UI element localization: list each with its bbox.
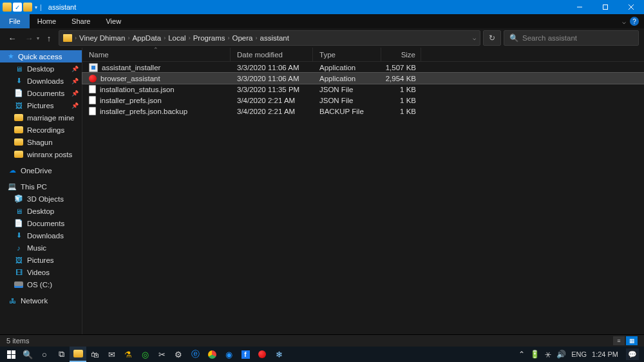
ribbon-tab-share[interactable]: Share <box>64 14 98 28</box>
refresh-button[interactable]: ↻ <box>483 30 501 46</box>
volume-icon[interactable]: 🔊 <box>556 350 566 359</box>
file-icon <box>89 96 96 104</box>
pc-3dobjects[interactable]: 🧊3D Objects <box>0 193 82 205</box>
crumb[interactable]: AppData <box>132 34 161 42</box>
ribbon: File Home Share View ⌵ ? <box>0 14 644 28</box>
folder-icon <box>3 3 12 12</box>
file-type: BACKUP File <box>313 108 381 115</box>
pc-music[interactable]: ♪Music <box>0 242 82 254</box>
col-size[interactable]: Size <box>381 48 421 61</box>
tb-opera[interactable] <box>254 347 270 362</box>
pc-pictures[interactable]: 🖼Pictures <box>0 254 82 266</box>
recent-folder[interactable]: winranx posts <box>0 148 82 160</box>
tb-store[interactable]: 🛍 <box>86 347 103 362</box>
pc-downloads[interactable]: ⬇Downloads <box>0 229 82 242</box>
col-date[interactable]: Date modified <box>231 48 313 61</box>
nav-pane: ★ Quick access 🖥Desktop📌 ⬇Downloads📌 📄Do… <box>0 48 82 334</box>
ribbon-tab-home[interactable]: Home <box>30 14 64 28</box>
tb-edge[interactable]: ⓔ <box>187 347 204 362</box>
close-button[interactable] <box>618 0 644 14</box>
ribbon-expand-icon[interactable]: ⌵ <box>622 18 626 25</box>
recent-folder[interactable]: Recordings <box>0 124 82 136</box>
qat-properties-icon[interactable]: ✓ <box>13 3 22 12</box>
tb-explorer[interactable] <box>70 347 86 362</box>
tb-settings[interactable]: ⚙ <box>170 347 187 362</box>
pc-osc[interactable]: OS (C:) <box>0 278 82 291</box>
tray-up-icon[interactable]: ⌃ <box>518 350 525 359</box>
crumb[interactable]: Local <box>168 34 186 42</box>
col-type[interactable]: Type <box>313 48 381 61</box>
file-row[interactable]: assistant_installer3/3/2020 11:06 AMAppl… <box>82 62 644 73</box>
file-row[interactable]: installer_prefs.json3/4/2020 2:21 AMJSON… <box>82 95 644 106</box>
tb-app[interactable]: ✂ <box>153 347 170 362</box>
qat-customize-caret[interactable]: ▾ <box>35 5 37 10</box>
file-row[interactable]: installer_prefs.json.backup3/4/2020 2:21… <box>82 106 644 117</box>
battery-icon[interactable]: 🔋 <box>530 350 540 359</box>
file-icon <box>89 107 96 115</box>
pc-desktop[interactable]: 🖥Desktop <box>0 205 82 217</box>
network[interactable]: 🖧Network <box>0 294 82 307</box>
file-row[interactable]: installation_status.json3/3/2020 11:35 P… <box>82 84 644 95</box>
tb-mail[interactable]: ✉ <box>103 347 120 362</box>
address-bar[interactable]: › Viney Dhiman› AppData› Local› Programs… <box>59 30 480 46</box>
pinned-pictures[interactable]: 🖼Pictures📌 <box>0 99 82 111</box>
recent-folder[interactable]: marriage mine <box>0 111 82 124</box>
column-headers: Name ⌃ Date modified Type Size <box>82 48 644 62</box>
history-caret-icon[interactable]: ▾ <box>37 35 39 41</box>
download-icon: ⬇ <box>14 231 23 240</box>
maximize-button[interactable] <box>592 0 618 14</box>
help-icon[interactable]: ? <box>630 17 639 26</box>
ribbon-file[interactable]: File <box>0 14 30 28</box>
tb-app[interactable]: ◎ <box>137 347 153 362</box>
search-button[interactable]: 🔍 <box>19 347 36 362</box>
pc-icon: 💻 <box>8 182 17 191</box>
file-name: installer_prefs.json <box>100 97 162 104</box>
tb-fb[interactable]: f <box>237 347 254 362</box>
file-date: 3/4/2020 2:21 AM <box>231 97 313 104</box>
quick-access[interactable]: ★ Quick access <box>0 50 82 62</box>
window-title: assistant <box>48 3 76 11</box>
this-pc[interactable]: 💻This PC <box>0 180 82 193</box>
tb-edge2[interactable]: ◉ <box>220 347 237 362</box>
forward-button[interactable]: → <box>22 31 36 45</box>
notifications-button[interactable]: 💬 <box>626 348 639 360</box>
view-details-button[interactable]: ≡ <box>613 336 625 345</box>
ribbon-tab-view[interactable]: View <box>98 14 129 28</box>
tray-lang[interactable]: ENG <box>571 350 587 358</box>
tray-time[interactable]: 1:24 PM <box>592 350 618 358</box>
tb-app[interactable]: ❄ <box>270 347 287 362</box>
file-size: 1 KB <box>381 108 421 115</box>
recent-folder[interactable]: Shagun <box>0 136 82 148</box>
svg-rect-1 <box>603 5 608 10</box>
crumb[interactable]: assistant <box>260 34 289 42</box>
addr-dropdown-icon[interactable]: ⌵ <box>473 35 476 41</box>
wifi-icon[interactable]: ⚹ <box>545 350 551 359</box>
tb-chrome[interactable] <box>204 347 220 362</box>
minimize-button[interactable] <box>567 0 592 14</box>
cortana-button[interactable]: ○ <box>36 347 53 362</box>
folder-icon <box>14 126 23 133</box>
taskview-button[interactable]: ⧉ <box>53 347 70 362</box>
file-name: browser_assistant <box>100 75 160 82</box>
qat-newfolder-icon[interactable] <box>23 3 32 12</box>
desktop-icon: 🖥 <box>14 64 23 73</box>
pinned-downloads[interactable]: ⬇Downloads📌 <box>0 75 82 87</box>
folder-icon <box>14 114 23 121</box>
pc-videos[interactable]: 🎞Videos <box>0 266 82 278</box>
crumb[interactable]: Viney Dhiman <box>79 34 125 42</box>
pinned-desktop[interactable]: 🖥Desktop📌 <box>0 62 82 75</box>
pc-documents[interactable]: 📄Documents <box>0 217 82 229</box>
search-input[interactable]: 🔍 Search assistant <box>504 30 639 46</box>
doc-icon: 📄 <box>14 89 23 98</box>
crumb[interactable]: Programs <box>193 34 225 42</box>
onedrive[interactable]: ☁OneDrive <box>0 164 82 176</box>
tb-app[interactable]: ⚗ <box>120 347 137 362</box>
start-button[interactable] <box>3 347 19 362</box>
crumb[interactable]: Opera <box>232 34 253 42</box>
3d-icon: 🧊 <box>14 195 23 204</box>
view-icons-button[interactable]: ▦ <box>626 336 638 345</box>
pinned-documents[interactable]: 📄Documents📌 <box>0 87 82 99</box>
up-button[interactable]: ↑ <box>42 31 56 45</box>
file-row[interactable]: browser_assistant3/3/2020 11:06 AMApplic… <box>82 73 644 84</box>
back-button[interactable]: ← <box>5 31 19 45</box>
